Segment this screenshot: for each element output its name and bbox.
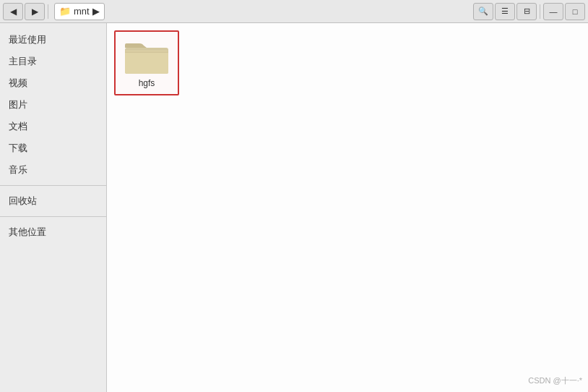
sidebar-item-downloads[interactable]: 下载 (0, 137, 106, 159)
sidebar-divider (0, 185, 106, 186)
sidebar-item-pictures[interactable]: 图片 (0, 94, 106, 116)
back-icon: ◀ (10, 7, 17, 17)
sidebar-item-music[interactable]: 音乐 (0, 159, 106, 181)
minimize-icon: — (550, 7, 558, 16)
svg-rect-1 (125, 51, 168, 74)
main-layout: 最近使用 主目录 视频 图片 文档 下载 音乐 回收站 其他位置 (0, 23, 588, 392)
search-icon: 🔍 (478, 7, 488, 16)
sidebar-divider2 (0, 216, 106, 217)
breadcrumb-folder-icon: 📁 (59, 6, 71, 17)
breadcrumb[interactable]: 📁 mnt ▶ (54, 3, 105, 20)
folder-icon (124, 38, 170, 75)
sidebar-item-home[interactable]: 主目录 (0, 51, 106, 72)
back-button[interactable]: ◀ (3, 3, 23, 20)
breadcrumb-path: mnt (74, 6, 90, 17)
separator (48, 4, 48, 19)
breadcrumb-arrow-icon: ▶ (92, 6, 100, 17)
titlebar-right-controls: 🔍 ☰ ⊟ — □ (473, 3, 585, 20)
titlebar: ◀ ▶ 📁 mnt ▶ 🔍 ☰ ⊟ — □ (0, 0, 588, 23)
sidebar-item-recent[interactable]: 最近使用 (0, 29, 106, 51)
view-grid-icon: ⊟ (524, 7, 530, 16)
sidebar-item-documents[interactable]: 文档 (0, 116, 106, 137)
sidebar: 最近使用 主目录 视频 图片 文档 下载 音乐 回收站 其他位置 (0, 23, 107, 392)
search-button[interactable]: 🔍 (473, 3, 493, 20)
sidebar-item-other-locations[interactable]: 其他位置 (0, 221, 106, 243)
folder-label: hgfs (139, 78, 155, 88)
watermark: CSDN @十一·* (528, 375, 582, 386)
maximize-icon: □ (573, 7, 578, 16)
view-list-icon: ☰ (501, 7, 509, 16)
view-grid-button[interactable]: ⊟ (516, 3, 537, 20)
sidebar-item-trash[interactable]: 回收站 (0, 190, 106, 212)
forward-icon: ▶ (32, 7, 38, 17)
folder-item-hgfs[interactable]: hgfs (114, 30, 179, 95)
content-area: hgfs CSDN @十一·* (107, 23, 588, 392)
maximize-button[interactable]: □ (565, 3, 585, 20)
forward-button[interactable]: ▶ (25, 3, 45, 20)
separator2 (540, 4, 540, 19)
view-list-button[interactable]: ☰ (495, 3, 515, 20)
sidebar-item-video[interactable]: 视频 (0, 72, 106, 94)
minimize-button[interactable]: — (543, 3, 563, 20)
